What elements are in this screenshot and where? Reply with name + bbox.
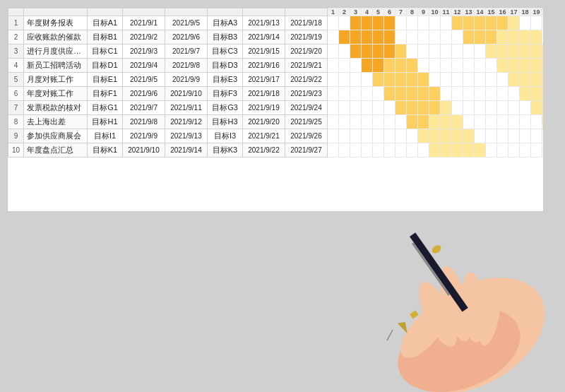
gantt-cell: [384, 30, 396, 44]
gantt-cell: [362, 129, 373, 143]
target1: 目标I1: [88, 129, 123, 143]
gantt-cell: [328, 101, 339, 115]
gantt-cell: [429, 143, 441, 158]
table-row: 2应收账款的催款目标B12021/9/22021/9/6目标B32021/9/1…: [8, 30, 545, 44]
gantt-cell: [396, 44, 407, 59]
gantt-cell: [407, 16, 418, 30]
task-name: 应收账款的催款: [24, 30, 88, 44]
gantt-cell: [475, 101, 486, 115]
row-number: 6: [8, 87, 24, 101]
gantt-cell: [497, 101, 509, 115]
gantt-cell: [520, 30, 531, 44]
gantt-cell: [452, 115, 463, 129]
end-date2: 2021/9/19: [285, 30, 328, 44]
table-row: 4新员工招聘活动目标D12021/9/42021/9/8目标D32021/9/1…: [8, 59, 545, 73]
task-name: 发票税款的核对: [24, 101, 88, 115]
gantt-cell: [350, 87, 362, 101]
end-date1: 2021/9/7: [165, 44, 208, 59]
gantt-cell: [407, 129, 418, 143]
gantt-cell: [531, 73, 542, 87]
gantt-cell: [418, 73, 429, 87]
gantt-cell: [384, 101, 396, 115]
gantt-cell: [384, 115, 396, 129]
gantt-cell: [429, 44, 441, 59]
gantt-cell: [396, 30, 407, 44]
gantt-cell: [373, 115, 384, 129]
gantt-cell: [542, 59, 545, 73]
gantt-cell: [418, 129, 429, 143]
task-name: 年度盘点汇总: [24, 143, 88, 158]
start-date2: 2021/9/19: [243, 101, 285, 115]
end-date1: 2021/9/14: [165, 143, 208, 158]
gantt-cell: [497, 30, 509, 44]
gantt-cell: [520, 73, 531, 87]
start-date2: 2021/9/17: [243, 73, 285, 87]
end-date2: 2021/9/20: [285, 44, 328, 59]
gantt-cell: [396, 115, 407, 129]
gantt-cell: [475, 30, 486, 44]
table-row: 1年度财务报表目标A12021/9/12021/9/5目标A32021/9/13…: [8, 16, 545, 30]
gantt-cell: [441, 115, 452, 129]
gantt-day-20: 20: [542, 8, 545, 16]
gantt-cell: [531, 129, 542, 143]
gantt-cell: [531, 44, 542, 59]
gantt-cell: [441, 101, 452, 115]
gantt-cell: [339, 129, 350, 143]
target2: 目标I3: [208, 129, 243, 143]
gantt-cell: [452, 30, 463, 44]
svg-point-3: [434, 263, 477, 344]
gantt-cell: [339, 143, 350, 158]
gantt-cell: [350, 143, 362, 158]
gantt-cell: [509, 129, 520, 143]
start-date2: 2021/9/22: [243, 143, 285, 158]
gantt-cell: [475, 73, 486, 87]
gantt-cell: [542, 44, 545, 59]
gantt-cell: [452, 59, 463, 73]
gantt-cell: [531, 87, 542, 101]
start-date2: 2021/9/18: [243, 87, 285, 101]
gantt-cell: [441, 44, 452, 59]
gantt-cell: [441, 16, 452, 30]
gantt-cell: [531, 101, 542, 115]
start-date1: 2021/9/7: [123, 101, 165, 115]
gantt-cell: [497, 16, 509, 30]
row-number: 8: [8, 115, 24, 129]
col-target1: [88, 8, 123, 16]
gantt-cell: [407, 143, 418, 158]
gantt-cell: [509, 16, 520, 30]
gantt-cell: [441, 129, 452, 143]
gantt-cell: [463, 59, 475, 73]
svg-rect-9: [412, 242, 450, 295]
end-date1: 2021/9/10: [165, 87, 208, 101]
start-date1: 2021/9/8: [123, 115, 165, 129]
gantt-cell: [452, 87, 463, 101]
gantt-cell: [339, 30, 350, 44]
task-name: 年度财务报表: [24, 16, 88, 30]
gantt-cell: [486, 16, 497, 30]
gantt-cell: [475, 129, 486, 143]
gantt-cell: [328, 59, 339, 73]
end-date2: 2021/9/23: [285, 87, 328, 101]
gantt-cell: [520, 101, 531, 115]
gantt-cell: [429, 59, 441, 73]
svg-point-5: [474, 281, 504, 347]
gantt-cell: [429, 115, 441, 129]
gantt-cell: [509, 101, 520, 115]
svg-point-6: [393, 299, 455, 366]
gantt-cell: [328, 73, 339, 87]
gantt-day-17: 17: [509, 8, 520, 16]
gantt-day-14: 14: [475, 8, 486, 16]
end-date2: 2021/9/18: [285, 16, 328, 30]
gantt-day-8: 8: [407, 8, 418, 16]
table-row: 5月度对账工作目标E12021/9/52021/9/9目标E32021/9/17…: [8, 73, 545, 87]
row-number: 1: [8, 16, 24, 30]
gantt-cell: [463, 101, 475, 115]
svg-point-4: [459, 271, 488, 343]
start-date1: 2021/9/4: [123, 59, 165, 73]
gantt-cell: [497, 143, 509, 158]
gantt-cell: [475, 143, 486, 158]
gantt-cell: [509, 143, 520, 158]
gantt-cell: [418, 87, 429, 101]
start-date2: 2021/9/13: [243, 16, 285, 30]
gantt-cell: [531, 59, 542, 73]
